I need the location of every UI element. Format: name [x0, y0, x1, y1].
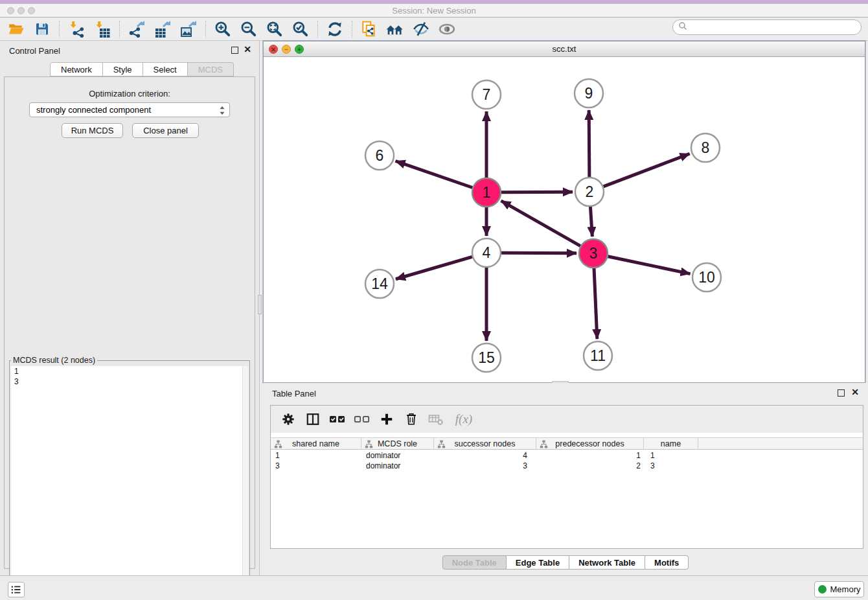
export-network-icon[interactable]	[126, 19, 148, 39]
graph-edge-2-3[interactable]	[590, 207, 592, 237]
graph-node-label-15: 15	[478, 349, 495, 366]
result-scrollbar[interactable]	[242, 366, 248, 600]
cell-successor-nodes[interactable]: 3	[434, 461, 536, 471]
toolbar-separator	[317, 21, 318, 38]
task-history-button[interactable]	[8, 582, 25, 597]
search-icon	[678, 21, 687, 33]
deselect-all-icon[interactable]	[352, 410, 372, 429]
app-title-bar: Session: New Session	[0, 4, 868, 17]
graph-edge-3-11[interactable]	[594, 268, 597, 339]
split-pane-grip-vertical[interactable]	[258, 295, 262, 314]
cell-mcds-role[interactable]: dominator	[361, 450, 434, 461]
zoom-selected-icon[interactable]	[290, 19, 312, 39]
table-row[interactable]: 1 dominator 4 1 1	[271, 450, 863, 461]
export-table-icon[interactable]	[152, 19, 174, 39]
cell-shared-name[interactable]: 1	[271, 450, 361, 461]
import-network-icon[interactable]	[65, 19, 87, 39]
close-panel-button[interactable]: Close panel	[132, 123, 199, 138]
mcds-result-line: 1	[11, 366, 248, 376]
column-header-mcds-role[interactable]: MCDS role	[361, 438, 434, 449]
graph-node-label-6: 6	[376, 147, 384, 164]
run-mcds-button[interactable]: Run MCDS	[62, 123, 123, 138]
network-canvas[interactable]: 1234678910111415	[264, 57, 865, 382]
tab-style[interactable]: Style	[103, 62, 143, 76]
import-table-icon[interactable]	[91, 19, 113, 39]
delete-table-icon[interactable]	[426, 410, 446, 429]
graph-edge-4-14[interactable]	[396, 257, 472, 279]
dropdown-stepper-icon	[219, 106, 225, 117]
show-all-icon[interactable]	[436, 19, 458, 39]
network-window-titlebar[interactable]: ✕ − + scc.txt	[264, 41, 865, 57]
graph-edge-4-3[interactable]	[501, 253, 577, 253]
org-chart-icon	[274, 440, 282, 448]
save-session-icon[interactable]	[31, 19, 53, 39]
cell-shared-name[interactable]: 3	[271, 461, 361, 471]
first-neighbors-icon[interactable]	[384, 19, 406, 39]
column-header-name[interactable]: name	[644, 438, 698, 449]
table-toolbar: f(x)	[271, 406, 863, 433]
cell-predecessor-nodes[interactable]: 1	[536, 450, 644, 461]
graph-edge-3-1[interactable]	[501, 201, 580, 246]
tab-motifs[interactable]: Motifs	[645, 555, 689, 570]
zoom-fit-icon[interactable]	[264, 19, 286, 39]
cell-predecessor-nodes[interactable]: 2	[536, 461, 644, 471]
zoom-out-icon[interactable]	[238, 19, 260, 39]
tab-network[interactable]: Network	[50, 62, 103, 76]
graph-edge-2-8[interactable]	[604, 154, 690, 187]
zoom-in-icon[interactable]	[212, 19, 234, 39]
memory-button[interactable]: Memory	[814, 581, 864, 597]
column-header-predecessor-nodes[interactable]: predecessor nodes	[536, 438, 644, 449]
memory-status-icon	[818, 585, 827, 594]
control-panel: Control Panel ✕ Network Style Select MCD…	[0, 41, 260, 575]
tab-edge-table[interactable]: Edge Table	[507, 555, 569, 570]
search-box[interactable]	[672, 19, 862, 35]
memory-label: Memory	[830, 584, 861, 594]
open-session-icon[interactable]	[5, 19, 27, 39]
network-view[interactable]: 1234678910111415	[264, 57, 865, 382]
graph-edge-3-10[interactable]	[608, 257, 691, 274]
table-row[interactable]: 3 dominator 3 2 3	[271, 461, 863, 471]
column-header-shared-name[interactable]: shared name	[271, 438, 361, 449]
graph-edge-1-2[interactable]	[501, 192, 573, 192]
hide-selected-icon[interactable]	[410, 19, 432, 39]
list-icon	[10, 583, 23, 596]
float-panel-icon[interactable]	[231, 47, 238, 54]
tab-network-table[interactable]: Network Table	[569, 555, 645, 570]
tab-node-table[interactable]: Node Table	[442, 555, 507, 570]
float-table-panel-icon[interactable]	[838, 389, 845, 397]
search-input[interactable]	[687, 23, 849, 32]
graph-node-label-3: 3	[589, 245, 598, 262]
tab-select[interactable]: Select	[143, 62, 188, 76]
column-layout-icon[interactable]	[303, 410, 323, 429]
org-chart-icon	[365, 440, 373, 448]
network-window: ✕ − + scc.txt 1234678910111415	[263, 41, 865, 383]
cell-successor-nodes[interactable]: 4	[434, 450, 536, 461]
status-bar: Memory	[0, 575, 868, 600]
refresh-layout-icon[interactable]	[324, 19, 346, 39]
fx-label: f(x)	[455, 412, 472, 426]
column-header-successor-nodes[interactable]: successor nodes	[434, 438, 536, 449]
graph-edge-1-6[interactable]	[396, 161, 473, 187]
close-table-panel-icon[interactable]: ✕	[851, 387, 859, 397]
select-all-icon[interactable]	[328, 410, 347, 429]
cell-name[interactable]: 3	[644, 461, 698, 471]
add-column-icon[interactable]	[377, 410, 396, 429]
delete-column-icon[interactable]	[402, 410, 421, 429]
table-panel: Table Panel ✕	[263, 383, 868, 575]
tab-mcds[interactable]: MCDS	[188, 62, 234, 76]
mcds-result-box: MCDS result (2 nodes) 1 3	[9, 356, 250, 600]
cell-mcds-role[interactable]: dominator	[361, 461, 434, 471]
graph-node-label-7: 7	[483, 86, 491, 103]
close-panel-icon[interactable]: ✕	[244, 45, 251, 54]
toolbar-separator	[205, 21, 206, 38]
criterion-dropdown[interactable]: strongly connected component	[29, 102, 230, 117]
graph-node-label-4: 4	[483, 244, 491, 261]
optimization-criterion-label: Optimization criterion:	[5, 89, 255, 98]
settings-gear-icon[interactable]	[279, 410, 298, 429]
function-builder-icon[interactable]: f(x)	[451, 410, 477, 429]
graph-edge-2-9[interactable]	[589, 110, 589, 177]
cell-name[interactable]: 1	[644, 450, 698, 461]
control-panel-tabs: Network Style Select MCDS	[50, 62, 234, 76]
new-network-from-selection-icon[interactable]	[358, 19, 380, 39]
export-image-icon[interactable]	[177, 19, 200, 39]
